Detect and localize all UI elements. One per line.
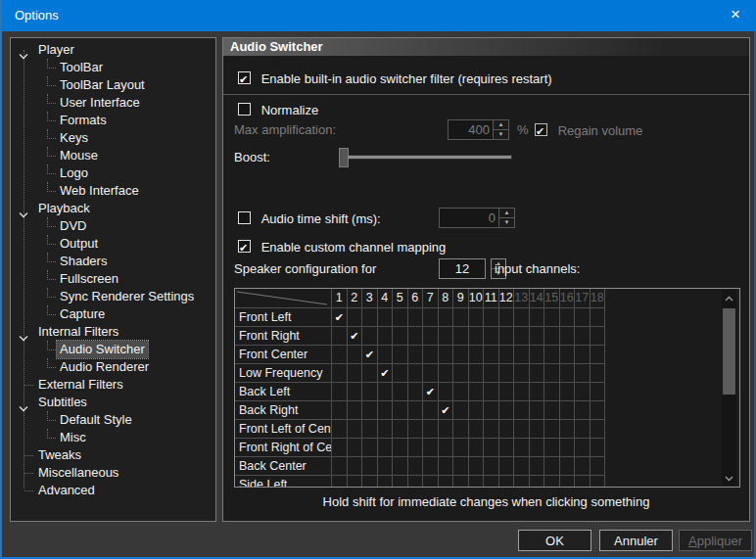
mapping-cell[interactable] <box>544 308 560 327</box>
scroll-up-icon[interactable] <box>722 290 736 305</box>
mapping-cell[interactable] <box>499 457 515 476</box>
mapping-cell[interactable]: ✔ <box>348 327 363 346</box>
custom-mapping-checkbox[interactable] <box>238 240 251 253</box>
sidebar-item-player[interactable]: Player <box>11 41 215 59</box>
ok-button[interactable]: OK <box>518 530 591 551</box>
mapping-cell[interactable] <box>453 364 469 383</box>
mapping-cell[interactable] <box>362 476 378 488</box>
mapping-cell[interactable] <box>591 383 606 401</box>
mapping-cell[interactable] <box>362 420 378 439</box>
mapping-cell[interactable] <box>362 364 378 383</box>
sidebar-item-misc[interactable]: Misc <box>11 429 215 446</box>
close-icon[interactable]: × <box>713 0 756 31</box>
boost-slider[interactable] <box>339 148 512 167</box>
mapping-cell[interactable]: ✔ <box>332 308 348 327</box>
mapping-cell[interactable] <box>469 383 485 401</box>
sidebar-item-subtitles[interactable]: Subtitles <box>11 394 215 411</box>
mapping-cell[interactable] <box>575 439 591 457</box>
mapping-cell[interactable] <box>530 439 545 457</box>
mapping-cell[interactable] <box>408 364 424 383</box>
mapping-cell[interactable] <box>453 401 469 420</box>
mapping-cell[interactable] <box>332 420 348 439</box>
mapping-cell[interactable] <box>423 327 439 346</box>
mapping-cell[interactable] <box>591 308 606 327</box>
mapping-cell[interactable] <box>544 327 560 346</box>
mapping-cell[interactable] <box>484 420 499 439</box>
mapping-cell[interactable] <box>514 364 530 383</box>
mapping-cell[interactable] <box>393 346 408 364</box>
mapping-cell[interactable] <box>439 383 454 401</box>
mapping-cell[interactable] <box>348 439 363 457</box>
mapping-cell[interactable] <box>544 401 560 420</box>
mapping-cell[interactable] <box>362 439 378 457</box>
mapping-cell[interactable] <box>514 439 530 457</box>
mapping-cell[interactable] <box>530 383 545 401</box>
mapping-cell[interactable] <box>378 476 394 488</box>
mapping-cell[interactable] <box>530 346 545 364</box>
mapping-cell[interactable] <box>530 401 545 420</box>
mapping-cell[interactable] <box>514 346 530 364</box>
mapping-cell[interactable] <box>423 476 439 488</box>
mapping-cell[interactable]: ✔ <box>423 383 439 401</box>
mapping-cell[interactable] <box>348 346 363 364</box>
mapping-cell[interactable] <box>530 420 545 439</box>
mapping-cell[interactable] <box>591 327 606 346</box>
mapping-cell[interactable] <box>393 439 408 457</box>
mapping-cell[interactable] <box>560 346 576 364</box>
mapping-cell[interactable] <box>378 457 394 476</box>
mapping-cell[interactable] <box>514 401 530 420</box>
mapping-cell[interactable] <box>439 346 454 364</box>
mapping-cell[interactable] <box>423 457 439 476</box>
mapping-cell[interactable] <box>393 383 408 401</box>
mapping-cell[interactable] <box>453 383 469 401</box>
mapping-cell[interactable] <box>575 346 591 364</box>
mapping-cell[interactable] <box>469 476 485 488</box>
mapping-cell[interactable] <box>439 327 454 346</box>
mapping-cell[interactable] <box>453 439 469 457</box>
mapping-cell[interactable] <box>408 401 424 420</box>
mapping-cell[interactable] <box>499 476 515 488</box>
mapping-cell[interactable] <box>544 439 560 457</box>
enable-filter-checkbox[interactable] <box>238 71 251 84</box>
mapping-cell[interactable] <box>484 346 499 364</box>
slider-thumb[interactable] <box>339 148 349 167</box>
mapping-cell[interactable] <box>499 308 515 327</box>
sidebar-item-advanced[interactable]: Advanced <box>11 482 215 499</box>
mapping-cell[interactable] <box>499 364 515 383</box>
mapping-cell[interactable] <box>499 346 515 364</box>
mapping-cell[interactable] <box>530 364 545 383</box>
mapping-cell[interactable] <box>408 420 424 439</box>
mapping-cell[interactable] <box>469 327 485 346</box>
mapping-cell[interactable] <box>575 383 591 401</box>
normalize-checkbox[interactable] <box>238 103 251 116</box>
mapping-cell[interactable] <box>408 308 424 327</box>
mapping-cell[interactable] <box>560 439 576 457</box>
mapping-cell[interactable] <box>439 364 454 383</box>
mapping-cell[interactable] <box>439 420 454 439</box>
input-channels-value[interactable]: 12 <box>439 258 486 279</box>
sidebar-item-shaders[interactable]: Shaders <box>11 253 215 270</box>
mapping-cell[interactable] <box>530 308 545 327</box>
slider-track[interactable] <box>347 155 512 160</box>
mapping-cell[interactable] <box>348 420 363 439</box>
mapping-cell[interactable] <box>439 476 454 488</box>
mapping-cell[interactable] <box>514 420 530 439</box>
mapping-cell[interactable] <box>591 364 606 383</box>
mapping-cell[interactable] <box>544 364 560 383</box>
mapping-cell[interactable] <box>378 308 394 327</box>
mapping-cell[interactable] <box>362 383 378 401</box>
mapping-cell[interactable] <box>439 457 454 476</box>
mapping-cell[interactable] <box>575 327 591 346</box>
mapping-cell[interactable] <box>591 420 606 439</box>
mapping-cell[interactable] <box>514 383 530 401</box>
sidebar-item-tweaks[interactable]: Tweaks <box>11 446 215 464</box>
mapping-cell[interactable] <box>544 476 560 488</box>
mapping-cell[interactable] <box>423 346 439 364</box>
mapping-cell[interactable] <box>362 457 378 476</box>
mapping-cell[interactable] <box>439 439 454 457</box>
mapping-cell[interactable] <box>423 364 439 383</box>
mapping-cell[interactable] <box>393 401 408 420</box>
mapping-cell[interactable] <box>408 457 424 476</box>
mapping-cell[interactable] <box>453 420 469 439</box>
sidebar-item-internal-filters[interactable]: Internal Filters <box>11 323 215 341</box>
